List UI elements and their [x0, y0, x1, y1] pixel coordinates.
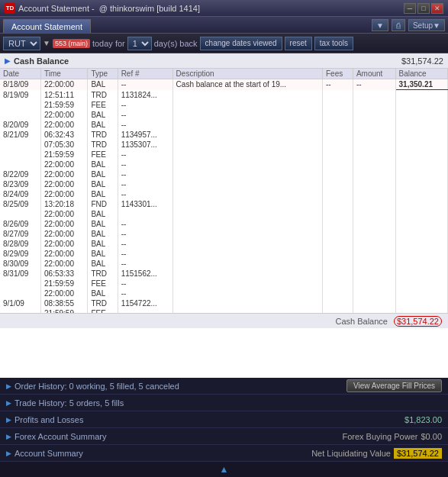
table-row: 21:59:59FEE--	[0, 150, 448, 160]
account-triangle[interactable]: ▶	[6, 450, 11, 457]
table-header: Date Time Type Ref # Description Fees Am…	[0, 69, 448, 79]
table-cell: 8/27/09	[0, 229, 41, 239]
table-cell: 22:00:00	[41, 229, 88, 239]
table-cell	[0, 110, 41, 120]
window-title: Account Statement - @ thinkorswim [build…	[18, 4, 404, 13]
table-cell	[322, 90, 353, 100]
table-row: 8/26/0922:00:00BAL--	[0, 219, 448, 229]
scroll-up-icon[interactable]: ▲	[220, 464, 229, 475]
col-time: Time	[41, 69, 88, 79]
table-cell	[353, 120, 395, 130]
setup-button[interactable]: Setup ▼	[408, 19, 445, 31]
maximize-button[interactable]: □	[417, 3, 430, 14]
table-cell: BAL	[88, 110, 118, 120]
table-cell: BAL	[88, 259, 118, 269]
table-body: 8/18/0922:00:00BAL--Cash balance at the …	[0, 79, 448, 314]
table-cell	[322, 288, 353, 298]
table-cell: --	[118, 100, 172, 110]
table-cell	[322, 189, 353, 199]
table-cell: TRD	[88, 90, 118, 100]
table-cell: BAL	[88, 209, 118, 219]
table-cell: --	[353, 79, 395, 90]
reset-button[interactable]: reset	[285, 37, 312, 50]
table-cell	[353, 298, 395, 308]
forex-buying-power-value: $0.00	[421, 432, 442, 441]
table-cell: 8/28/09	[0, 239, 41, 249]
table-cell	[353, 288, 395, 298]
expand-icon[interactable]: ▶	[5, 56, 11, 65]
table-cell	[395, 169, 447, 179]
arrow-icon: ▼	[43, 39, 50, 47]
table-cell	[353, 229, 395, 239]
table-cell: 22:00:00	[41, 209, 88, 219]
change-dates-button[interactable]: change dates viewed	[200, 37, 282, 50]
table-cell	[395, 130, 447, 140]
table-cell: FEE	[88, 150, 118, 160]
table-cell	[353, 110, 395, 120]
minimize-button[interactable]: ─	[404, 3, 416, 14]
account-statement-tab[interactable]: Account Statement	[3, 19, 91, 33]
table-row: 07:05:30TRD1135307...	[0, 140, 448, 150]
tab-dropdown-button[interactable]: ▼	[372, 19, 388, 31]
table-cell	[353, 150, 395, 160]
table-cell	[395, 179, 447, 189]
table-cell: --	[118, 179, 172, 189]
table-cell: 22:00:00	[41, 219, 88, 229]
close-button[interactable]: ✕	[431, 3, 443, 14]
table-cell: 06:53:33	[41, 269, 88, 279]
content-panel: ▶ Cash Balance $31,574.22 Date Time Type…	[0, 53, 448, 378]
table-row: 8/18/0922:00:00BAL--Cash balance at the …	[0, 79, 448, 90]
table-cell: 1154722...	[118, 298, 172, 308]
table-cell: 31,350.21	[395, 79, 447, 90]
table-cell: --	[118, 288, 172, 298]
table-cell: 06:32:43	[41, 130, 88, 140]
table-cell	[322, 229, 353, 239]
table-row: 8/30/0922:00:00BAL--	[0, 259, 448, 269]
table-cell	[353, 100, 395, 110]
table-cell	[322, 100, 353, 110]
table-cell	[172, 169, 322, 179]
table-cell: --	[322, 79, 353, 90]
table-cell	[353, 179, 395, 189]
table-cell: 9/1/09	[0, 298, 41, 308]
table-cell	[395, 269, 447, 279]
print-button[interactable]: ⎙	[392, 19, 405, 31]
symbol-select[interactable]: RUT	[3, 37, 40, 50]
col-type: Type	[88, 69, 118, 79]
view-avg-fill-prices-button[interactable]: View Average Fill Prices	[346, 379, 442, 392]
table-cell	[322, 150, 353, 160]
table-cell	[322, 179, 353, 189]
tax-tools-button[interactable]: tax tools	[314, 37, 353, 50]
table-cell: 22:00:00	[41, 79, 88, 90]
footer-value: $31,574.22	[394, 316, 442, 327]
table-cell	[395, 298, 447, 308]
profits-triangle[interactable]: ▶	[6, 416, 11, 424]
forex-triangle[interactable]: ▶	[6, 433, 11, 440]
window-controls: ─ □ ✕	[404, 3, 443, 14]
table-cell: 08:38:55	[41, 298, 88, 308]
table-cell: --	[118, 189, 172, 199]
table-cell: 21:59:59	[41, 279, 88, 288]
table-cell: TRD	[88, 140, 118, 150]
table-row: 22:00:00BAL	[0, 209, 448, 219]
table-row: 8/19/0912:51:11TRD1131824...	[0, 90, 448, 100]
trade-history-triangle[interactable]: ▶	[6, 399, 11, 407]
table-cell	[395, 110, 447, 120]
table-cell	[395, 229, 447, 239]
table-cell	[172, 199, 322, 209]
app-window: TD Account Statement - @ thinkorswim [bu…	[0, 0, 448, 477]
table-cell	[172, 120, 322, 130]
table-cell	[322, 259, 353, 269]
table-cell	[322, 199, 353, 209]
table-cell: 8/18/09	[0, 79, 41, 90]
table-cell: 8/25/09	[0, 199, 41, 209]
days-select[interactable]: 14	[127, 37, 152, 50]
section-total: $31,574.22	[401, 56, 443, 66]
table-cell: 22:00:00	[41, 239, 88, 249]
table-cell: 22:00:00	[41, 249, 88, 259]
table-cell	[172, 259, 322, 269]
order-history-triangle[interactable]: ▶	[6, 382, 11, 390]
table-cell	[395, 279, 447, 288]
table-cell	[118, 209, 172, 219]
table-cell: 8/24/09	[0, 189, 41, 199]
